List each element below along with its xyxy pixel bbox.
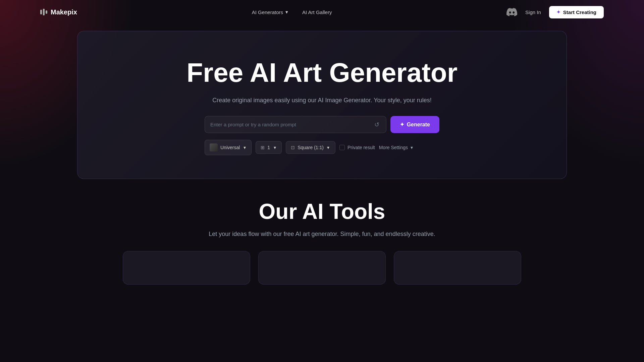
tools-cards-row [0, 251, 644, 285]
logo-bar-1 [40, 10, 42, 14]
prompt-input-wrapper: ↺ [205, 116, 386, 133]
count-icon: ⊞ [261, 145, 265, 150]
tools-subtitle: Let your ideas flow with our free AI art… [0, 231, 644, 238]
hero-title: Free AI Art Generator [186, 58, 458, 87]
model-selector[interactable]: Universal ▾ [205, 140, 252, 155]
refresh-icon: ↺ [374, 121, 379, 128]
logo-bar-3 [46, 10, 47, 14]
more-settings-chevron-icon: ▾ [410, 145, 414, 149]
more-settings-label: More Settings [379, 145, 408, 150]
nav-center: AI Generators ▾ AI Art Gallery [252, 9, 332, 15]
sign-in-link[interactable]: Sign In [525, 9, 541, 15]
chevron-down-icon: ▾ [285, 10, 289, 14]
tools-section: Our AI Tools Let your ideas flow with ou… [0, 199, 644, 285]
refresh-prompt-button[interactable]: ↺ [373, 120, 381, 130]
start-creating-label: Start Creating [563, 9, 596, 15]
aspect-ratio-icon: ⊡ [291, 145, 295, 150]
nav-link-ai-generators[interactable]: AI Generators ▾ [252, 9, 289, 15]
aspect-ratio-selector[interactable]: ⊡ Square (1:1) ▾ [286, 141, 335, 154]
model-chevron-icon: ▾ [243, 145, 247, 149]
count-selector[interactable]: ⊞ 1 ▾ [256, 141, 282, 154]
generate-button[interactable]: ✦ Generate [390, 116, 439, 133]
generate-label: Generate [407, 122, 430, 128]
model-label: Universal [220, 145, 240, 150]
nav-link-ai-art-gallery[interactable]: AI Art Gallery [302, 9, 332, 15]
nav-link-ai-generators-label: AI Generators [252, 9, 283, 15]
count-chevron-icon: ▾ [273, 145, 277, 149]
aspect-ratio-chevron-icon: ▾ [326, 145, 330, 149]
logo-icon [40, 9, 47, 15]
sparkle-icon: ✦ [556, 9, 560, 15]
logo[interactable]: Makepix [40, 8, 77, 16]
aspect-ratio-label: Square (1:1) [298, 145, 324, 150]
discord-icon[interactable] [506, 7, 517, 17]
tool-card-1[interactable] [123, 251, 250, 285]
hero-subtitle: Create original images easily using our … [212, 97, 431, 104]
private-result-label: Private result [347, 145, 375, 150]
navbar: Makepix AI Generators ▾ AI Art Gallery S… [0, 0, 644, 24]
prompt-area: ↺ ✦ Generate [205, 116, 439, 133]
controls-row: Universal ▾ ⊞ 1 ▾ ⊡ Square (1:1) ▾ Priva… [205, 140, 439, 155]
private-result-toggle[interactable]: Private result [339, 145, 375, 150]
tool-card-3[interactable] [394, 251, 521, 285]
logo-text: Makepix [51, 8, 77, 16]
tools-title: Our AI Tools [0, 199, 644, 224]
count-label: 1 [267, 145, 270, 150]
prompt-input[interactable] [210, 116, 373, 133]
tool-card-2[interactable] [258, 251, 386, 285]
model-preview-icon [210, 143, 218, 152]
nav-right: Sign In ✦ Start Creating [506, 6, 604, 18]
more-settings-button[interactable]: More Settings ▾ [379, 145, 414, 150]
hero-container: Free AI Art Generator Create original im… [77, 31, 567, 179]
nav-link-ai-art-gallery-label: AI Art Gallery [302, 9, 332, 15]
private-result-checkbox[interactable] [339, 145, 345, 150]
generate-sparkle-icon: ✦ [400, 121, 404, 128]
start-creating-button[interactable]: ✦ Start Creating [549, 6, 604, 18]
logo-bar-2 [43, 9, 45, 15]
